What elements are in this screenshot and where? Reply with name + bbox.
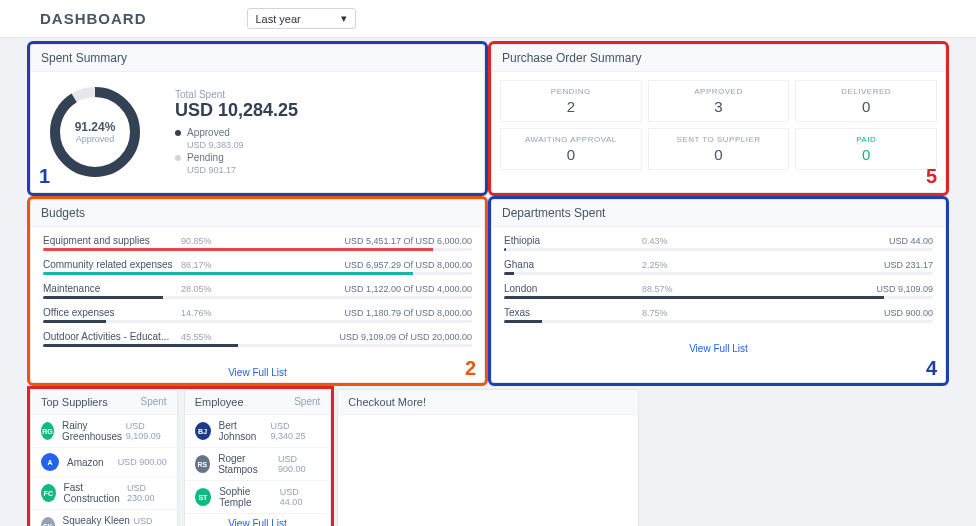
avatar: ST [195,488,212,506]
row-amount: USD 44.00 [889,236,933,246]
po-label: APPROVED [653,87,785,96]
row-pct: 2.25% [642,260,668,270]
list-value: USD 9,109.09 [126,421,167,441]
annotation-5: 5 [926,165,937,188]
list-name: Squeaky Kleen Car... [63,515,134,526]
list-value: USD 44.00 [280,487,320,507]
legend-dot-icon [175,155,181,161]
approved-donut-chart: 91.24% Approved [45,82,145,182]
column-label: Spent [294,396,320,408]
row-name: London [504,283,634,294]
legend-row: Approved [175,127,470,138]
list-value: USD 900.00 [118,457,167,467]
view-full-list-link[interactable]: View Full List [31,363,484,382]
svg-point-1 [55,92,135,172]
suppliers-employees-group: 3 Top Suppliers Spent RGRainy Greenhouse… [30,389,331,526]
budget-row: Maintenance28.05%USD 1,122.00 Of USD 4,0… [43,283,472,299]
row-pct: 45.55% [181,332,212,342]
card-title: Departments Spent [492,200,945,227]
row-pct: 28.05% [181,284,212,294]
budget-row: Office expenses14.76%USD 1,180.79 Of USD… [43,307,472,323]
po-label: AWAITING APPROVAL [505,135,637,144]
list-item[interactable]: FCFast ConstructionUSD 230.00 [31,477,177,510]
employee-card: Employee Spent BJBert JohnsonUSD 9,340.2… [184,389,332,526]
row-amount: USD 1,180.79 Of USD 8,000.00 [344,308,472,318]
po-cell[interactable]: AWAITING APPROVAL0 [500,128,642,170]
po-label: PENDING [505,87,637,96]
annotation-2: 2 [465,357,476,380]
po-cell[interactable]: SENT TO SUPPLIER0 [648,128,790,170]
row-name: Texas [504,307,634,318]
list-value: USD 9,340.25 [270,421,320,441]
row-pct: 14.76% [181,308,212,318]
legend-label: Approved [187,127,230,138]
list-name: Roger Stampos [218,453,278,475]
avatar: SK [41,517,55,526]
legend-sub: USD 901.17 [187,165,236,175]
row-name: Office expenses [43,307,173,318]
po-label: SENT TO SUPPLIER [653,135,785,144]
progress-bar [43,272,472,275]
po-cell[interactable]: DELIVERED0 [795,80,937,122]
departments-card: 4 Departments Spent Ethiopia0.43%USD 44.… [491,199,946,383]
po-label: PAID [800,135,932,144]
list-item[interactable]: BJBert JohnsonUSD 9,340.25 [185,415,331,448]
avatar: RS [195,455,211,473]
row-name: Maintenance [43,283,173,294]
po-value: 0 [653,146,785,163]
checkout-more-card: Checkout More! [337,389,638,526]
po-summary-card: 5 Purchase Order Summary PENDING2APPROVE… [491,44,946,193]
list-item[interactable]: STSophie TempleUSD 44.00 [185,481,331,514]
row-pct: 0.43% [642,236,668,246]
row-amount: USD 6,957.29 Of USD 8,000.00 [344,260,472,270]
po-cell[interactable]: APPROVED3 [648,80,790,122]
budget-row: Community related expenses86.17%USD 6,95… [43,259,472,275]
row-amount: USD 9,109.09 [876,284,933,294]
po-cell[interactable]: PENDING2 [500,80,642,122]
card-title: Spent Summary [31,45,484,72]
row-amount: USD 9,109.09 Of USD 20,000.00 [339,332,472,342]
avatar: A [41,453,59,471]
period-select[interactable]: Last year ▾ [247,8,356,29]
po-value: 0 [505,146,637,163]
avatar: RG [41,422,54,440]
progress-bar [43,344,472,347]
card-title: Employee [195,396,244,408]
page-title: DASHBOARD [40,10,147,27]
view-full-list-link[interactable]: View Full List [492,339,945,358]
progress-bar [504,248,933,251]
list-item[interactable]: RSRoger StamposUSD 900.00 [185,448,331,481]
avatar: BJ [195,422,211,440]
po-value: 0 [800,98,932,115]
budgets-card: 2 Budgets Equipment and supplies90.85%US… [30,199,485,383]
budget-row: Texas8.75%USD 900.00 [504,307,933,323]
row-pct: 90.85% [181,236,212,246]
row-amount: USD 231.17 [884,260,933,270]
po-value: 3 [653,98,785,115]
column-label: Spent [141,396,167,408]
budget-row: Ghana2.25%USD 231.17 [504,259,933,275]
total-spent-value: USD 10,284.25 [175,100,470,121]
legend-label: Pending [187,152,224,163]
po-label: DELIVERED [800,87,932,96]
row-name: Outdoor Activities - Educat... [43,331,173,342]
total-spent-label: Total Spent [175,89,470,100]
progress-bar [504,296,933,299]
progress-bar [43,248,472,251]
annotation-4: 4 [926,357,937,380]
row-amount: USD 5,451.17 Of USD 6,000.00 [344,236,472,246]
list-value: USD 230.00 [127,483,167,503]
list-item[interactable]: AAmazonUSD 900.00 [31,448,177,477]
row-amount: USD 900.00 [884,308,933,318]
progress-bar [43,296,472,299]
po-cell[interactable]: PAID0 [795,128,937,170]
view-full-list-link[interactable]: View Full List [185,514,331,526]
list-name: Rainy Greenhouses [62,420,126,442]
list-item[interactable]: RGRainy GreenhousesUSD 9,109.09 [31,415,177,448]
row-pct: 88.57% [642,284,673,294]
row-name: Ethiopia [504,235,634,246]
card-title: Checkout More! [348,396,426,408]
row-name: Ghana [504,259,634,270]
card-title: Purchase Order Summary [492,45,945,72]
list-item[interactable]: SKSqueaky Kleen Car...USD 44.00 [31,510,177,526]
